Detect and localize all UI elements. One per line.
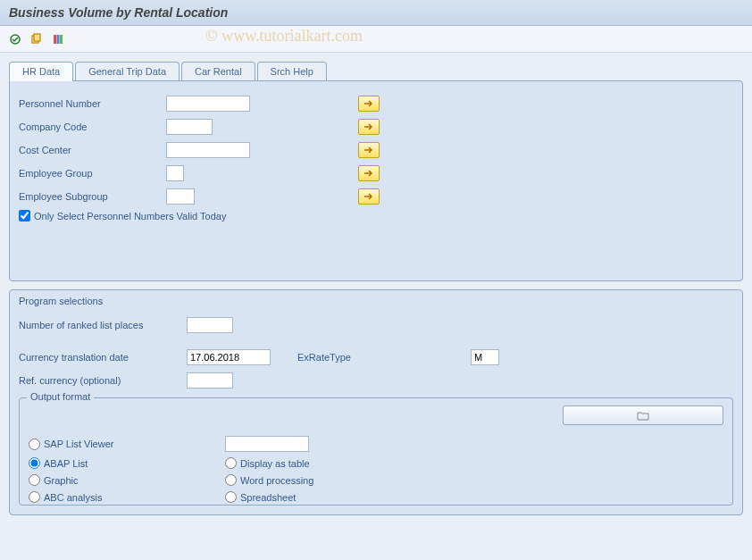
execute-icon[interactable] xyxy=(7,31,23,47)
tab-hr-data[interactable]: HR Data xyxy=(9,62,73,81)
radio-abap-list-label: ABAP List xyxy=(44,458,88,469)
folder-icon xyxy=(637,410,649,421)
radio-graphic[interactable]: Graphic xyxy=(29,474,225,486)
tab-car-rental[interactable]: Car Rental xyxy=(181,62,255,81)
toolbar xyxy=(0,26,752,53)
personnel-number-multi-btn[interactable] xyxy=(358,96,380,112)
radio-abc[interactable]: ABC analysis xyxy=(29,491,225,503)
only-valid-label: Only Select Personnel Numbers Valid Toda… xyxy=(34,211,226,221)
tab-srch-help[interactable]: Srch Help xyxy=(257,62,327,81)
radio-sap-list-input[interactable] xyxy=(29,439,40,450)
radio-sap-list-label: SAP List Viewer xyxy=(44,439,113,449)
radio-graphic-label: Graphic xyxy=(44,475,79,486)
svg-rect-5 xyxy=(60,35,63,44)
tab-panel-hr: Personnel Number Company Code Cost Cente… xyxy=(9,80,743,281)
ranked-label: Number of ranked list places xyxy=(19,320,187,330)
emp-group-multi-btn[interactable] xyxy=(358,165,380,181)
program-selections-section: Program selections Number of ranked list… xyxy=(9,289,743,515)
radio-word-input[interactable] xyxy=(225,474,237,486)
radio-abc-input[interactable] xyxy=(29,491,40,503)
output-format-title: Output format xyxy=(27,391,94,402)
title-bar: Business Volume by Rental Location xyxy=(0,0,752,26)
radio-spreadsheet-input[interactable] xyxy=(225,491,237,503)
radio-display-table[interactable]: Display as table xyxy=(225,457,422,469)
radio-word[interactable]: Word processing xyxy=(225,474,422,486)
cost-center-input[interactable] xyxy=(166,142,250,158)
company-code-input[interactable] xyxy=(166,119,213,135)
variant-icon[interactable] xyxy=(29,31,45,47)
only-valid-checkbox[interactable] xyxy=(19,210,30,221)
radio-sap-list[interactable]: SAP List Viewer xyxy=(29,436,225,452)
radio-spreadsheet[interactable]: Spreadsheet xyxy=(225,491,422,503)
radio-graphic-input[interactable] xyxy=(29,474,40,486)
radio-spreadsheet-label: Spreadsheet xyxy=(240,492,296,503)
emp-subgroup-multi-btn[interactable] xyxy=(358,188,380,205)
radio-abc-label: ABC analysis xyxy=(44,492,102,503)
output-layout-button[interactable] xyxy=(563,405,723,425)
tabs-row: HR Data General Trip Data Car Rental Src… xyxy=(0,53,752,81)
tab-general-trip[interactable]: General Trip Data xyxy=(75,62,180,81)
currency-date-label: Currency translation date xyxy=(19,352,187,363)
radio-display-table-input[interactable] xyxy=(225,457,237,469)
radio-abap-list-input[interactable] xyxy=(29,457,40,469)
company-code-multi-btn[interactable] xyxy=(358,119,380,135)
program-selections-title: Program selections xyxy=(19,294,733,315)
emp-group-input[interactable] xyxy=(166,165,184,181)
radio-abap-list[interactable]: ABAP List xyxy=(29,457,225,469)
ref-currency-input[interactable] xyxy=(187,372,233,389)
company-code-label: Company Code xyxy=(19,121,166,132)
layout-icon[interactable] xyxy=(50,31,66,47)
output-format-fieldset: Output format SAP List Viewer ABAP List … xyxy=(19,397,733,506)
emp-subgroup-input[interactable] xyxy=(166,188,195,205)
cost-center-multi-btn[interactable] xyxy=(358,142,380,158)
emp-subgroup-label: Employee Subgroup xyxy=(19,191,166,202)
personnel-number-input[interactable] xyxy=(166,96,250,112)
personnel-number-label: Personnel Number xyxy=(19,98,166,109)
cost-center-label: Cost Center xyxy=(19,145,166,155)
radio-word-label: Word processing xyxy=(240,475,313,486)
ref-currency-label: Ref. currency (optional) xyxy=(19,375,187,386)
layout-input[interactable] xyxy=(225,436,309,452)
currency-date-input[interactable] xyxy=(187,349,271,365)
svg-rect-4 xyxy=(57,35,60,44)
radio-display-table-label: Display as table xyxy=(240,458,310,469)
exrate-input[interactable] xyxy=(471,349,499,365)
ranked-input[interactable] xyxy=(187,317,233,333)
svg-rect-2 xyxy=(34,34,40,41)
page-title: Business Volume by Rental Location xyxy=(9,5,228,20)
exrate-label: ExRateType xyxy=(297,352,465,363)
emp-group-label: Employee Group xyxy=(19,168,166,179)
svg-rect-3 xyxy=(54,35,56,44)
